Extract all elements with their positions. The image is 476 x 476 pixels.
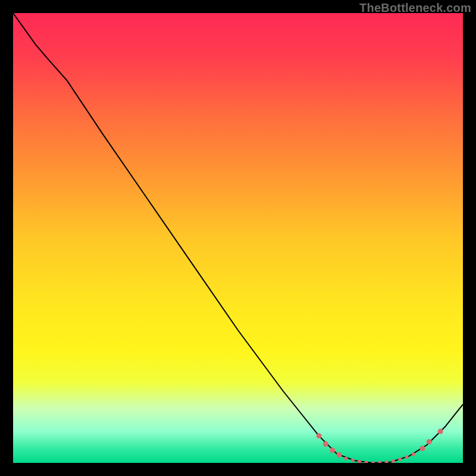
plot-area <box>13 13 463 463</box>
watermark-text: TheBottleneck.com <box>359 1 471 15</box>
chart-svg <box>13 13 463 463</box>
range-marker-dot <box>405 455 409 459</box>
chart-container: TheBottleneck.com <box>0 0 476 476</box>
range-marker-dot <box>351 459 355 462</box>
range-marker-dot <box>344 456 347 460</box>
range-marker-dot <box>427 439 432 444</box>
range-marker-dot <box>398 458 402 461</box>
gradient-background <box>13 13 463 463</box>
range-marker-dot <box>330 447 335 453</box>
range-marker-dot <box>392 459 395 463</box>
range-marker-dot <box>317 433 322 439</box>
range-marker-dot <box>438 429 443 434</box>
range-marker-dot <box>323 441 328 447</box>
range-marker-dot <box>420 446 425 451</box>
range-marker-dot <box>412 453 415 456</box>
range-marker-dot <box>337 452 342 458</box>
